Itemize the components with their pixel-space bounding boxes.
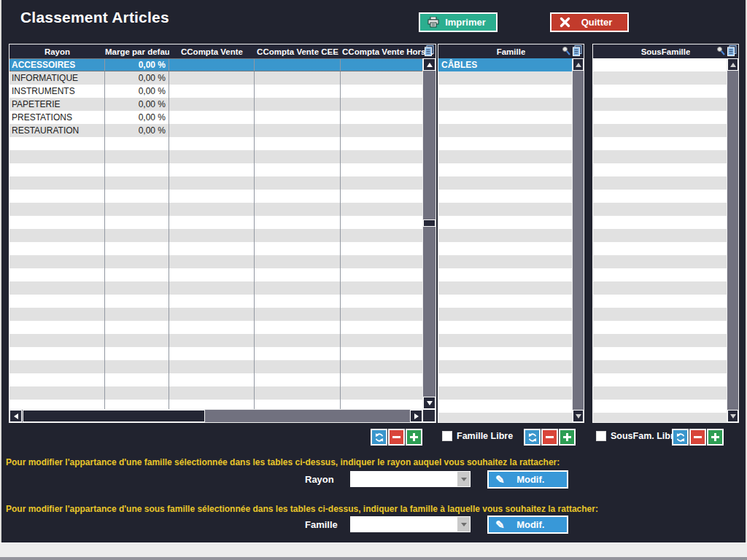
table-row[interactable] bbox=[593, 71, 727, 85]
combo-dropdown-button[interactable] bbox=[457, 472, 470, 486]
table-row[interactable] bbox=[593, 163, 727, 176]
table-row[interactable] bbox=[593, 334, 727, 347]
column-header-ccompta-vente-cee[interactable]: CCompta Vente CEE bbox=[255, 47, 341, 56]
table-row[interactable] bbox=[9, 360, 422, 373]
table-row[interactable] bbox=[9, 137, 422, 150]
table-row[interactable] bbox=[438, 203, 572, 216]
table-row[interactable] bbox=[593, 400, 727, 413]
table-row[interactable] bbox=[438, 216, 572, 229]
table-row[interactable] bbox=[9, 373, 422, 386]
sousfamille-vertical-scrollbar[interactable] bbox=[727, 58, 738, 422]
rayon-combobox[interactable] bbox=[350, 471, 471, 487]
table-row[interactable] bbox=[9, 268, 422, 281]
table-row[interactable] bbox=[593, 124, 727, 137]
column-header-rayon[interactable]: Rayon bbox=[9, 47, 105, 56]
famille-refresh-button[interactable] bbox=[524, 429, 541, 446]
table-row[interactable] bbox=[593, 150, 727, 163]
famille-delete-button[interactable] bbox=[541, 429, 558, 446]
table-row[interactable] bbox=[593, 229, 727, 242]
rayon-combobox-input[interactable] bbox=[351, 472, 470, 486]
table-row[interactable] bbox=[593, 255, 727, 268]
table-row[interactable] bbox=[593, 413, 727, 422]
sousfamille-add-button[interactable] bbox=[707, 429, 724, 446]
table-row[interactable] bbox=[9, 150, 422, 163]
scroll-down-button[interactable] bbox=[423, 397, 436, 409]
table-row[interactable] bbox=[438, 150, 572, 163]
vertical-scroll-thumb[interactable] bbox=[423, 219, 436, 227]
table-row[interactable] bbox=[593, 347, 727, 360]
scroll-down-button[interactable] bbox=[573, 410, 584, 422]
table-row[interactable] bbox=[593, 373, 727, 386]
famille-combobox[interactable] bbox=[350, 516, 471, 532]
table-row[interactable] bbox=[438, 229, 572, 242]
table-row[interactable] bbox=[593, 85, 727, 98]
table-row[interactable] bbox=[438, 71, 572, 85]
table-row[interactable]: PAPETERIE0,00 % bbox=[9, 98, 422, 111]
table-row[interactable] bbox=[438, 268, 572, 281]
table-row[interactable] bbox=[438, 321, 572, 334]
table-row[interactable] bbox=[9, 334, 422, 347]
column-header-famille[interactable]: Famille bbox=[497, 47, 526, 56]
scroll-down-button[interactable] bbox=[727, 410, 738, 422]
table-row[interactable] bbox=[438, 111, 572, 124]
table-row[interactable] bbox=[593, 111, 727, 124]
scroll-up-button[interactable] bbox=[423, 58, 436, 71]
table-row[interactable] bbox=[9, 242, 422, 255]
table-row[interactable] bbox=[593, 281, 727, 295]
table-row[interactable] bbox=[438, 124, 572, 137]
table-row[interactable] bbox=[593, 242, 727, 255]
famille-vertical-scrollbar[interactable] bbox=[572, 58, 584, 422]
table-row[interactable] bbox=[438, 295, 572, 308]
table-row[interactable] bbox=[438, 255, 572, 268]
table-row[interactable] bbox=[9, 295, 422, 308]
copy-table-icon[interactable] bbox=[573, 45, 582, 58]
table-row[interactable] bbox=[593, 268, 727, 281]
table-row[interactable] bbox=[438, 386, 572, 400]
rayon-add-button[interactable] bbox=[406, 429, 422, 446]
combo-dropdown-button[interactable] bbox=[457, 517, 470, 532]
column-header-ccompta-vente[interactable]: CCompta Vente bbox=[169, 47, 255, 56]
scroll-left-button[interactable] bbox=[9, 410, 22, 422]
column-header-marge[interactable]: Marge par defaut bbox=[105, 47, 169, 56]
table-row[interactable] bbox=[593, 360, 727, 373]
scroll-up-button[interactable] bbox=[573, 58, 584, 71]
table-row[interactable] bbox=[438, 308, 572, 321]
sousfamille-refresh-button[interactable] bbox=[672, 429, 689, 446]
scroll-up-button[interactable] bbox=[727, 58, 738, 71]
table-row[interactable] bbox=[593, 321, 727, 334]
copy-table-icon[interactable] bbox=[425, 45, 434, 58]
table-row[interactable] bbox=[9, 190, 422, 203]
famille-libre-checkbox[interactable] bbox=[442, 431, 452, 441]
table-row[interactable] bbox=[9, 163, 422, 176]
modif-famille-button[interactable]: ✎ Modif. bbox=[487, 470, 568, 489]
table-row[interactable]: INFORMATIQUE0,00 % bbox=[9, 71, 422, 85]
table-row[interactable] bbox=[9, 229, 422, 242]
table-row[interactable] bbox=[438, 190, 572, 203]
sousfamille-delete-button[interactable] bbox=[689, 429, 706, 446]
modif-sousfamille-button[interactable]: ✎ Modif. bbox=[487, 516, 568, 534]
table-row[interactable] bbox=[438, 400, 572, 413]
quit-button[interactable]: Quitter bbox=[550, 12, 629, 32]
table-row[interactable]: CÂBLES bbox=[438, 58, 572, 71]
table-row[interactable] bbox=[593, 216, 727, 229]
table-row[interactable] bbox=[438, 360, 572, 373]
table-row[interactable] bbox=[593, 308, 727, 321]
table-row[interactable] bbox=[438, 98, 572, 111]
table-row[interactable] bbox=[9, 400, 422, 409]
table-row[interactable] bbox=[593, 176, 727, 190]
famille-add-button[interactable] bbox=[559, 429, 576, 446]
table-row[interactable] bbox=[9, 255, 422, 268]
table-row[interactable] bbox=[9, 281, 422, 295]
table-row[interactable] bbox=[9, 203, 422, 216]
table-row[interactable] bbox=[593, 137, 727, 150]
table-row[interactable] bbox=[438, 242, 572, 255]
column-header-ccompta-vente-hors[interactable]: CCompta Vente Hors C bbox=[341, 47, 436, 56]
table-row[interactable] bbox=[9, 347, 422, 360]
rayon-refresh-button[interactable] bbox=[371, 429, 387, 446]
rayon-horizontal-scrollbar[interactable] bbox=[9, 409, 422, 422]
table-row[interactable] bbox=[438, 334, 572, 347]
sousfam-libre-checkbox[interactable] bbox=[596, 431, 606, 441]
table-row[interactable] bbox=[438, 137, 572, 150]
table-row[interactable] bbox=[438, 373, 572, 386]
table-row[interactable] bbox=[593, 58, 727, 71]
